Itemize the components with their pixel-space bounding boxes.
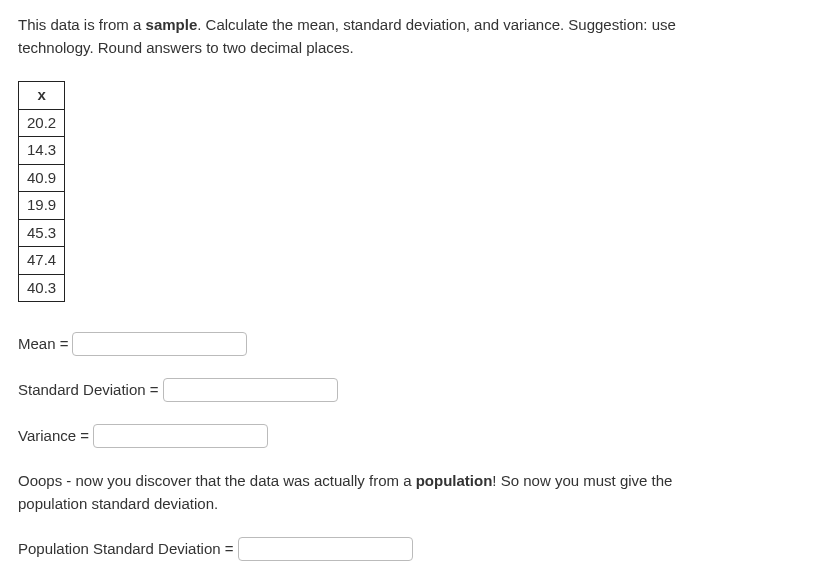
- table-header-x: x: [19, 82, 65, 110]
- psd-label: Population Standard Deviation =: [18, 538, 234, 561]
- sd-input[interactable]: [163, 378, 338, 402]
- table-cell: 40.9: [19, 164, 65, 192]
- var-row: Variance =: [18, 424, 813, 448]
- table-row: 20.2: [19, 109, 65, 137]
- var-label: Variance =: [18, 425, 89, 448]
- sd-label: Standard Deviation =: [18, 379, 159, 402]
- table-row: 40.3: [19, 274, 65, 302]
- psd-input[interactable]: [238, 537, 413, 561]
- mean-row: Mean =: [18, 332, 813, 356]
- prompt-bold-sample: sample: [146, 16, 198, 33]
- ooops-pre: Ooops - now you discover that the data w…: [18, 472, 416, 489]
- prompt-pre: This data is from a: [18, 16, 146, 33]
- table-row: 14.3: [19, 137, 65, 165]
- table-cell: 14.3: [19, 137, 65, 165]
- sd-row: Standard Deviation =: [18, 378, 813, 402]
- table-cell: 19.9: [19, 192, 65, 220]
- table-row: 40.9: [19, 164, 65, 192]
- table-row: 45.3: [19, 219, 65, 247]
- psd-row: Population Standard Deviation =: [18, 537, 813, 561]
- question-prompt: This data is from a sample. Calculate th…: [18, 14, 738, 59]
- ooops-prompt: Ooops - now you discover that the data w…: [18, 470, 738, 515]
- data-table: x 20.2 14.3 40.9 19.9 45.3 47.4 40.3: [18, 81, 65, 302]
- table-cell: 47.4: [19, 247, 65, 275]
- table-cell: 20.2: [19, 109, 65, 137]
- table-row: 47.4: [19, 247, 65, 275]
- ooops-bold-population: population: [416, 472, 493, 489]
- mean-input[interactable]: [72, 332, 247, 356]
- table-cell: 45.3: [19, 219, 65, 247]
- mean-label: Mean =: [18, 333, 68, 356]
- table-row: 19.9: [19, 192, 65, 220]
- table-cell: 40.3: [19, 274, 65, 302]
- var-input[interactable]: [93, 424, 268, 448]
